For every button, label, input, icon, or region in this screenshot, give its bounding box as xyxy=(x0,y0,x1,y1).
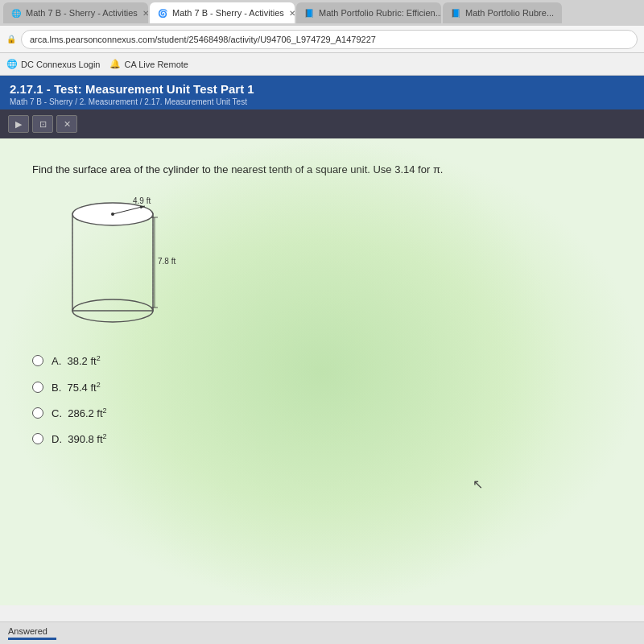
address-bar: 🔒 arca.lms.pearsonconnexus.com/student/2… xyxy=(0,26,644,53)
cylinder-diagram: 4.9 ft 7.8 ft xyxy=(48,190,177,335)
answer-choices: A. 38.2 ft2 B. 75.4 ft2 C. 286.2 ft2 D. … xyxy=(32,354,612,445)
radio-d[interactable] xyxy=(32,433,43,444)
choice-a-label: A. 38.2 ft2 xyxy=(52,354,101,367)
svg-point-7 xyxy=(111,213,114,216)
tab-label-4: Math Portfolio Rubre... xyxy=(465,8,554,18)
tab-icon-1: 🌐 xyxy=(11,9,21,18)
radio-c[interactable] xyxy=(32,407,43,419)
question-text: Find the surface area of the cylinder to… xyxy=(32,163,612,177)
lock-icon: 🔒 xyxy=(6,35,16,43)
cylinder-svg: 4.9 ft 7.8 ft xyxy=(48,190,177,335)
svg-rect-0 xyxy=(72,214,153,311)
choice-d[interactable]: D. 390.8 ft2 xyxy=(32,432,612,445)
tab-close-2[interactable]: ✕ xyxy=(289,9,295,18)
tab-portfolio-1[interactable]: 📘 Math Portfolio Rubric: Efficien... ✕ xyxy=(296,2,441,23)
tab-label-1: Math 7 B - Sherry - Activities xyxy=(26,8,138,18)
page-header: 2.17.1 - Test: Measurement Unit Test Par… xyxy=(0,76,644,109)
tab-icon-3: 📘 xyxy=(304,9,314,18)
toolbar-flag-button[interactable]: ⊡ xyxy=(32,115,53,133)
choice-d-label: D. 390.8 ft2 xyxy=(52,432,107,445)
content-area: Find the surface area of the cylinder to… xyxy=(0,138,644,605)
tab-label-2: Math 7 B - Sherry - Activities xyxy=(172,8,284,18)
bookmark-connexus[interactable]: 🌐 DC Connexus Login xyxy=(6,59,100,69)
tab-bar: 🌐 Math 7 B - Sherry - Activities ✕ 🌀 Mat… xyxy=(0,0,644,26)
address-input[interactable]: arca.lms.pearsonconnexus.com/student/254… xyxy=(21,30,638,49)
tab-math-activities[interactable]: 🌐 Math 7 B - Sherry - Activities ✕ xyxy=(3,2,148,23)
connexus-icon: 🌐 xyxy=(6,59,18,69)
tab-label-3: Math Portfolio Rubric: Efficien... xyxy=(319,8,441,18)
breadcrumb: Math 7 B - Sherry / 2. Measurement / 2.1… xyxy=(10,97,634,106)
answered-bar xyxy=(8,638,56,640)
svg-text:4.9 ft: 4.9 ft xyxy=(133,196,151,205)
tab-icon-4: 📘 xyxy=(451,9,460,18)
address-text: arca.lms.pearsonconnexus.com/student/254… xyxy=(30,35,376,44)
bookmarks-bar: 🌐 DC Connexus Login 🔔 CA Live Remote xyxy=(0,53,644,76)
choice-a[interactable]: A. 38.2 ft2 xyxy=(32,354,612,367)
cursor-indicator: ↖ xyxy=(473,477,483,492)
choice-b[interactable]: B. 75.4 ft2 xyxy=(32,381,612,394)
choice-b-label: B. 75.4 ft2 xyxy=(52,381,101,394)
toolbar-arrow-button[interactable]: ▶ xyxy=(8,115,29,133)
page-title: 2.17.1 - Test: Measurement Unit Test Par… xyxy=(10,82,634,96)
bookmark-connexus-label: DC Connexus Login xyxy=(21,60,100,69)
tab-icon-2: 🌀 xyxy=(158,9,167,18)
answered-indicator: Answered xyxy=(8,626,56,640)
svg-text:7.8 ft: 7.8 ft xyxy=(158,257,175,266)
choice-c-label: C. 286.2 ft2 xyxy=(52,407,107,419)
radio-a[interactable] xyxy=(32,355,43,366)
tab-portfolio-2[interactable]: 📘 Math Portfolio Rubre... xyxy=(443,2,562,23)
bookmark-ca-live-label: CA Live Remote xyxy=(124,60,188,69)
toolbar-close-button[interactable]: ✕ xyxy=(56,115,77,133)
bottom-bar: Answered xyxy=(0,621,644,644)
tab-close-1[interactable]: ✕ xyxy=(142,9,148,18)
radio-b[interactable] xyxy=(32,382,43,393)
tab-active[interactable]: 🌀 Math 7 B - Sherry - Activities ✕ xyxy=(150,2,295,23)
bookmark-ca-live[interactable]: 🔔 CA Live Remote xyxy=(109,59,188,69)
answered-label: Answered xyxy=(8,626,56,636)
ca-live-icon: 🔔 xyxy=(109,59,121,69)
toolbar: ▶ ⊡ ✕ xyxy=(0,109,644,138)
choice-c[interactable]: C. 286.2 ft2 xyxy=(32,407,612,419)
